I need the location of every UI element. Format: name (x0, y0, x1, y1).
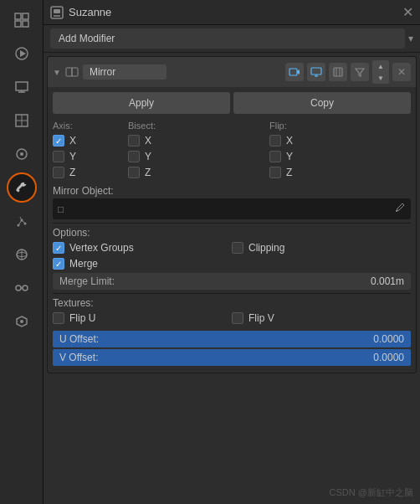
svg-point-25 (23, 285, 28, 291)
merge-limit-value: 0.001m (371, 275, 404, 287)
svg-rect-6 (16, 82, 28, 90)
bisect-z-row: Z (128, 167, 269, 178)
axis-y-label: Y (69, 151, 76, 162)
svg-line-18 (18, 220, 22, 225)
bisect-y-label: Y (145, 151, 151, 162)
merge-limit-label: Merge Limit: (59, 275, 371, 287)
svg-point-24 (16, 285, 21, 291)
flip-u-label: Flip U (69, 312, 95, 324)
move-up-button[interactable]: ▲ (372, 60, 389, 72)
bisect-y-checkbox[interactable] (128, 151, 140, 162)
sidebar-icon-modifier[interactable] (7, 172, 37, 203)
eyedropper-icon[interactable] (394, 202, 406, 216)
svg-rect-0 (15, 13, 21, 19)
u-offset-label: U Offset: (59, 333, 373, 345)
render-icon-btn[interactable] (307, 63, 325, 81)
divider-1 (53, 223, 411, 224)
merge-row: Merge (53, 258, 411, 270)
modifier-name-input[interactable] (83, 64, 166, 80)
sidebar-icon-output[interactable] (7, 72, 37, 102)
modifier-controls: ▲ ▼ ✕ (285, 60, 411, 84)
merge-limit-row[interactable]: Merge Limit: 0.001m (53, 273, 411, 290)
bisect-x-checkbox[interactable] (128, 135, 140, 147)
svg-line-19 (22, 220, 25, 224)
svg-rect-3 (23, 21, 28, 27)
axis-x-row: X (53, 135, 128, 147)
mirror-object-label: Mirror Object: (53, 185, 114, 197)
svg-rect-2 (15, 21, 21, 27)
flip-x-label: X (286, 135, 293, 147)
sidebar-icon-scene[interactable] (7, 139, 37, 169)
panel-header: Add Modifier ▾ (44, 25, 420, 53)
svg-rect-33 (289, 69, 297, 75)
axis-header-label: Axis: (53, 121, 128, 132)
clipping-label: Clipping (248, 242, 284, 254)
remove-modifier-button[interactable]: ✕ (392, 63, 411, 81)
bisect-header-label: Bisect: (128, 121, 269, 132)
svg-point-27 (20, 320, 23, 323)
axis-z-row: Z (53, 167, 128, 178)
v-offset-label: V Offset: (59, 352, 373, 363)
merge-checkbox[interactable] (53, 258, 64, 270)
axis-z-checkbox[interactable] (53, 167, 64, 178)
window-title: Suzanne (69, 6, 111, 18)
v-offset-row[interactable]: V Offset: 0.0000 (53, 349, 411, 366)
vertex-groups-row: Vertex Groups (53, 242, 232, 254)
flip-u-row: Flip U (53, 312, 232, 324)
bisect-z-label: Z (145, 167, 151, 178)
clipping-row: Clipping (232, 242, 411, 254)
modifier-body: Apply Copy Axis: Bisect: Flip: X (48, 87, 416, 373)
sidebar-icon-data[interactable] (7, 306, 37, 337)
editmode-icon-btn[interactable] (329, 63, 347, 81)
sidebar-icon-constraints[interactable] (7, 273, 37, 303)
axis-y-row: Y (53, 151, 128, 162)
flip-v-checkbox[interactable] (232, 312, 243, 324)
axis-z-label: Z (69, 167, 75, 178)
clipping-checkbox[interactable] (232, 242, 243, 254)
sidebar-icon-top[interactable] (7, 5, 37, 35)
topbar-icon (50, 6, 64, 19)
expand-icon[interactable]: ▼ (53, 68, 61, 77)
flip-v-label: Flip V (248, 312, 274, 324)
mirror-object-field[interactable]: □ (53, 198, 411, 219)
axis-x-label: X (69, 135, 76, 147)
axis-y-checkbox[interactable] (53, 151, 64, 162)
flip-u-checkbox[interactable] (53, 312, 64, 324)
sidebar-icon-render[interactable] (7, 39, 37, 69)
bisect-y-row: Y (128, 151, 269, 162)
flip-x-checkbox[interactable] (269, 135, 281, 147)
move-down-button[interactable]: ▼ (372, 72, 389, 84)
flip-y-checkbox[interactable] (269, 151, 281, 162)
axis-x-checkbox[interactable] (53, 135, 64, 147)
filter-icon-btn[interactable] (351, 63, 369, 81)
add-modifier-chevron: ▾ (408, 33, 413, 44)
flip-y-label: Y (286, 151, 293, 162)
apply-button[interactable]: Apply (53, 92, 230, 114)
svg-rect-37 (334, 68, 342, 76)
top-bar: Suzanne ✕ (44, 0, 420, 25)
top-bar-right-icons: ✕ (402, 4, 413, 20)
sidebar-icon-physics[interactable] (7, 239, 37, 270)
u-offset-row[interactable]: U Offset: 0.0000 (53, 331, 411, 347)
sidebar-icon-view[interactable] (7, 105, 37, 136)
flip-x-row: X (269, 135, 411, 147)
close-icon[interactable]: ✕ (402, 4, 413, 20)
vertex-groups-checkbox[interactable] (53, 242, 64, 254)
sidebar-icon-particles[interactable] (7, 206, 37, 236)
flip-z-checkbox[interactable] (269, 167, 281, 178)
vertex-groups-label: Vertex Groups (69, 242, 134, 254)
bisect-x-label: X (145, 135, 151, 147)
flip-z-label: Z (286, 167, 292, 178)
watermark: CSDN @新缸中之脑 (330, 486, 413, 499)
add-modifier-button[interactable]: Add Modifier (50, 28, 405, 49)
properties-panel: Add Modifier ▾ ▼ (44, 25, 420, 504)
v-offset-value: 0.0000 (373, 352, 404, 363)
mirror-object-section: Mirror Object: □ (53, 185, 411, 219)
copy-button[interactable]: Copy (233, 92, 411, 114)
bisect-z-checkbox[interactable] (128, 167, 140, 178)
flip-y-row: Y (269, 151, 411, 162)
flip-v-row: Flip V (232, 312, 411, 324)
action-row: Apply Copy (53, 92, 411, 114)
realtime-icon-btn[interactable] (285, 63, 304, 81)
flip-z-row: Z (269, 167, 411, 178)
